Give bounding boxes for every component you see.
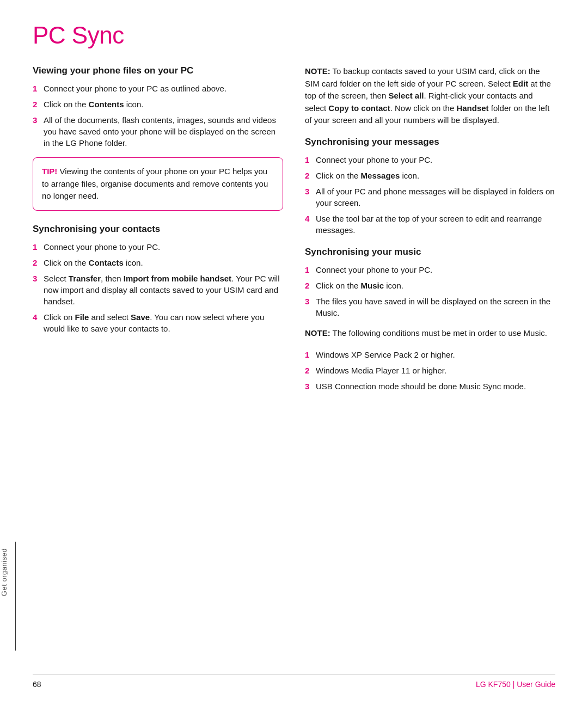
two-col-layout: Viewing your phone files on your PC 1 Co… [33,65,555,403]
list-num: 1 [33,241,40,253]
bold-text: NOTE: [305,66,330,76]
list-item: 1 Windows XP Service Pack 2 or higher. [305,349,555,360]
section-sync-contacts-title: Synchronising your contacts [33,224,283,235]
section-sync-music-title: Synchronising your music [305,247,555,258]
footer: 68 LG KF750 | User Guide [33,674,555,689]
bold-text: Contents [89,100,124,109]
tip-text: Viewing the contents of your phone on yo… [42,167,268,200]
list-item: 3 All of your PC and phone messages will… [305,186,555,209]
right-column: NOTE: To backup contacts saved to your U… [305,65,555,403]
bold-text: Copy to contact [328,103,390,113]
list-num: 2 [305,170,313,181]
list-text: Connect your phone to your PC as outline… [44,83,226,94]
list-text: Connect your phone to your PC. [316,154,432,165]
list-num: 1 [305,154,313,165]
sidebar-label: Get organised [0,548,13,596]
list-item: 1 Connect your phone to your PC. [33,241,283,253]
list-text: Click on the Messages icon. [316,170,419,181]
list-text: Click on the Music icon. [316,280,403,291]
section-sync-messages-title: Synchronising your messages [305,137,555,148]
footer-brand: LG KF750 | User Guide [476,680,555,689]
tip-label: TIP! [42,167,57,176]
list-text: Windows XP Service Pack 2 or higher. [316,349,455,360]
section-sync-contacts: Synchronising your contacts 1 Connect yo… [33,224,283,334]
bold-text: Contacts [89,258,124,267]
footer-page-number: 68 [33,680,41,689]
tip-box: TIP! Viewing the contents of your phone … [33,157,283,211]
list-text: Windows Media Player 11 or higher. [316,365,446,376]
list-num: 3 [305,186,313,209]
sync-contacts-list: 1 Connect your phone to your PC. 2 Click… [33,241,283,334]
note-music-conditions: NOTE: The following conditions must be m… [305,327,555,340]
bold-text: NOTE: [305,328,330,338]
left-column: Viewing your phone files on your PC 1 Co… [33,65,283,403]
note-backup-contacts: NOTE: To backup contacts saved to your U… [305,65,555,127]
list-item: 3 Select Transfer, then Import from mobi… [33,273,283,307]
list-item: 2 Windows Media Player 11 or higher. [305,365,555,376]
bold-text: Handset [456,103,488,113]
viewing-files-list: 1 Connect your phone to your PC as outli… [33,83,283,149]
page-container: PC Sync Viewing your phone files on your… [0,0,588,705]
list-num: 3 [305,296,313,318]
sync-music-list: 1 Connect your phone to your PC. 2 Click… [305,264,555,318]
list-item: 4 Click on File and select Save. You can… [33,311,283,334]
list-num: 1 [33,83,40,94]
section-sync-messages: Synchronising your messages 1 Connect yo… [305,137,555,236]
list-text: USB Connection mode should be done Music… [316,381,526,392]
list-text: The files you have saved in will be disp… [316,296,555,318]
list-item: 3 All of the documents, flash contents, … [33,114,283,149]
list-item: 2 Click on the Contacts icon. [33,257,283,268]
list-text: Connect your phone to your PC. [44,241,160,253]
section-sync-music: Synchronising your music 1 Connect your … [305,247,555,393]
list-item: 2 Click on the Music icon. [305,280,555,291]
bold-text: Messages [361,171,400,180]
list-num: 4 [33,311,40,334]
list-text: Click on the Contacts icon. [44,257,143,268]
list-num: 1 [305,264,313,275]
list-num: 4 [305,213,313,236]
bold-text: Import from mobile handset [124,274,231,283]
list-text: Click on File and select Save. You can n… [44,311,283,334]
list-item: 4 Use the tool bar at the top of your sc… [305,213,555,236]
section-viewing-files: Viewing your phone files on your PC 1 Co… [33,65,283,211]
list-num: 3 [305,381,313,392]
sync-messages-list: 1 Connect your phone to your PC. 2 Click… [305,154,555,236]
list-text: All of your PC and phone messages will b… [316,186,555,209]
list-num: 3 [33,114,40,149]
bold-text: Select all [388,91,424,100]
bold-text: Edit [513,79,528,88]
list-num: 1 [305,349,313,360]
list-text: Select Transfer, then Import from mobile… [44,273,283,307]
bold-text: Music [361,281,384,290]
list-item: 2 Click on the Contents icon. [33,99,283,110]
list-item: 1 Connect your phone to your PC as outli… [33,83,283,94]
list-item: 1 Connect your phone to your PC. [305,264,555,275]
list-num: 2 [33,99,40,110]
list-text: Connect your phone to your PC. [316,264,432,275]
list-num: 3 [33,273,40,307]
music-conditions-list: 1 Windows XP Service Pack 2 or higher. 2… [305,349,555,392]
list-text: Click on the Contents icon. [44,99,143,110]
sidebar-line [15,542,16,651]
list-item: 2 Click on the Messages icon. [305,170,555,181]
list-item: 3 The files you have saved in will be di… [305,296,555,318]
list-num: 2 [33,257,40,268]
bold-text: File [75,312,89,322]
list-item: 1 Connect your phone to your PC. [305,154,555,165]
list-num: 2 [305,280,313,291]
list-num: 2 [305,365,313,376]
list-text: Use the tool bar at the top of your scre… [316,213,555,236]
bold-text: Transfer [69,274,101,283]
list-item: 3 USB Connection mode should be done Mus… [305,381,555,392]
section-viewing-files-title: Viewing your phone files on your PC [33,65,283,76]
page-title: PC Sync [33,22,555,49]
bold-text: Save [131,312,150,322]
list-text: All of the documents, flash contents, im… [44,114,283,149]
